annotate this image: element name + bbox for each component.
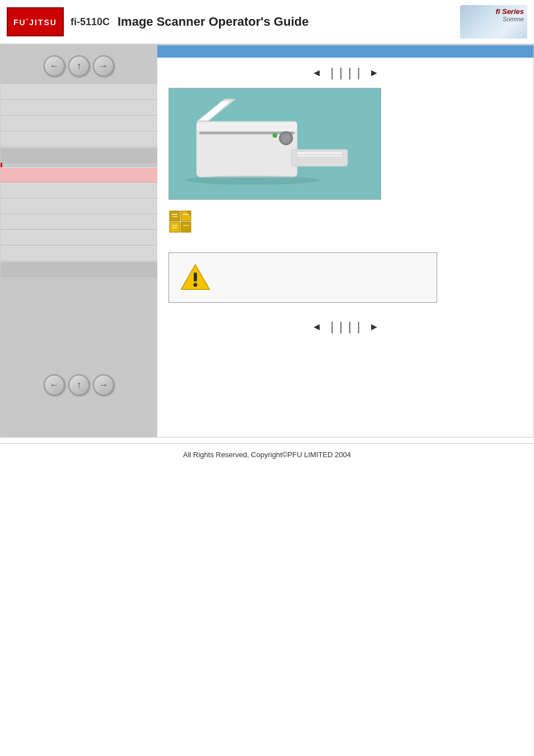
svg-rect-16 [181, 222, 191, 232]
page-nav-top: ◄ | | | | ► [157, 58, 533, 88]
nav-buttons-top: ← ↑ → [1, 45, 157, 84]
svg-rect-3 [292, 149, 348, 166]
svg-point-8 [282, 134, 291, 143]
svg-rect-10 [297, 152, 342, 154]
sidebar: ← ↑ → ← ↑ → [1, 45, 157, 437]
nav-forward-button[interactable]: → [93, 55, 114, 77]
page-sep-1: | [331, 65, 334, 80]
sidebar-item-10[interactable] [1, 246, 157, 261]
sidebar-item-7[interactable] [1, 199, 157, 214]
nav-back-button[interactable]: ← [44, 55, 65, 77]
page-title: Image Scanner Operator's Guide [118, 15, 460, 29]
content-top-bar [157, 45, 533, 58]
sidebar-items-2 [1, 167, 157, 277]
nav-forward-button-bottom[interactable]: → [93, 374, 114, 396]
sidebar-item-highlighted[interactable] [1, 167, 157, 183]
nav-up-button[interactable]: ↑ [68, 55, 90, 77]
footer: All Rights Reserved, Copyright©PFU LIMIT… [0, 443, 534, 466]
sidebar-item-3[interactable] [1, 116, 157, 132]
page-sep-2: | [339, 65, 343, 80]
sidebar-spacer [1, 163, 157, 167]
nav-back-button-bottom[interactable]: ← [44, 374, 65, 396]
svg-point-26 [194, 283, 198, 287]
copyright-text: All Rights Reserved, Copyright©PFU LIMIT… [183, 450, 351, 459]
page-prev-button-top[interactable]: ◄ [308, 66, 325, 80]
svg-point-12 [185, 176, 320, 185]
content-area: ◄ | | | | ► [157, 45, 533, 437]
page-prev-button-bottom[interactable]: ◄ [308, 320, 325, 334]
page-sep-bottom-3: | [348, 320, 352, 334]
page-sep-bottom-2: | [339, 320, 343, 334]
fi-series-sub: Somme [503, 16, 524, 22]
svg-rect-15 [170, 222, 180, 232]
nav-buttons-bottom: ← ↑ → [1, 364, 157, 403]
page-next-button-top[interactable]: ► [366, 66, 382, 80]
sidebar-items [1, 84, 157, 163]
main-container: ← ↑ → ← ↑ → [0, 45, 534, 438]
warning-icon [180, 262, 210, 293]
sidebar-item-5[interactable] [1, 147, 157, 163]
page-nav-bottom: ◄ | | | | ► [157, 308, 533, 342]
svg-rect-13 [170, 211, 180, 221]
sidebar-item-4[interactable] [1, 132, 157, 147]
page-sep-bottom-1: | [331, 320, 334, 334]
page-sep-4: | [357, 65, 360, 80]
sidebar-item-1[interactable] [1, 84, 157, 100]
logo-text: FU°JITSU [13, 17, 57, 27]
page-next-button-bottom[interactable]: ► [366, 320, 382, 334]
note-icon-row [157, 205, 533, 238]
note-icon [168, 210, 192, 233]
sidebar-item-9[interactable] [1, 230, 157, 246]
sidebar-item-6[interactable] [1, 183, 157, 199]
fujitsu-logo: FU°JITSU [7, 7, 64, 36]
svg-rect-6 [199, 132, 294, 134]
sidebar-item-8[interactable] [1, 214, 157, 230]
scanner-svg [180, 93, 370, 194]
svg-rect-25 [194, 273, 197, 281]
sidebar-item-2[interactable] [1, 100, 157, 116]
sidebar-item-11[interactable] [1, 261, 157, 277]
page-sep-3: | [348, 65, 352, 80]
svg-rect-2 [196, 121, 297, 133]
nav-up-button-bottom[interactable]: ↑ [68, 374, 90, 396]
model-text: fi-5110C [71, 16, 110, 28]
fi-series-label: fi Series [495, 7, 524, 16]
page-header: FU°JITSU fi-5110C Image Scanner Operator… [0, 0, 534, 45]
warning-box [168, 252, 437, 303]
svg-point-9 [273, 133, 277, 138]
page-sep-bottom-4: | [357, 320, 360, 334]
fi-series-logo: fi Series Somme [460, 5, 527, 39]
svg-rect-11 [297, 155, 342, 157]
scanner-image [168, 88, 381, 200]
